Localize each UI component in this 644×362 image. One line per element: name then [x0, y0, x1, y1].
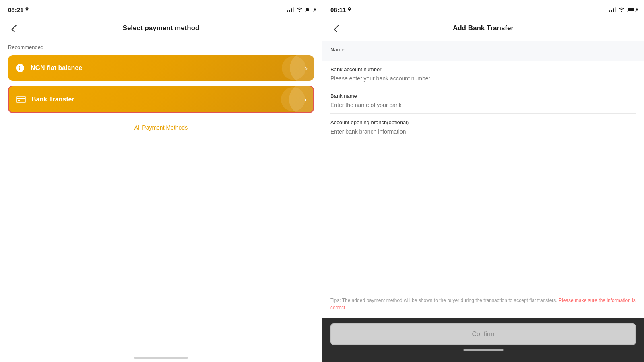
branch-field: Account opening branch(optional) — [330, 114, 636, 140]
left-time: 08:21 — [8, 6, 29, 13]
right-status-icons — [609, 7, 636, 12]
ngn-label: NGN fiat balance — [31, 64, 82, 72]
svg-rect-2 — [18, 100, 20, 101]
left-nav-header: Select payment method — [0, 18, 322, 41]
left-content-area: Recommended NGN fiat balance › — [0, 41, 322, 362]
ngn-icon — [14, 62, 26, 74]
right-back-button[interactable] — [330, 22, 343, 35]
right-phone-panel: 08:11 Add Bank Transfer — [322, 0, 644, 362]
recommended-label: Recommended — [8, 44, 314, 50]
ngn-chevron-icon: › — [305, 64, 308, 72]
bank-account-input[interactable] — [330, 75, 636, 82]
left-back-button[interactable] — [8, 22, 21, 35]
right-nav-header: Add Bank Transfer — [322, 18, 644, 41]
name-field-container: Name — [322, 41, 644, 61]
wifi-icon — [296, 7, 303, 12]
bank-transfer-label: Bank Transfer — [31, 96, 74, 103]
left-page-title: Select payment method — [21, 24, 301, 32]
right-time: 08:11 — [330, 6, 351, 13]
location-icon — [25, 7, 29, 12]
branch-label: Account opening branch(optional) — [330, 119, 636, 125]
bottom-bar: Confirm — [322, 318, 644, 362]
right-signal-icon — [609, 7, 616, 12]
bank-account-field: Bank account number — [330, 61, 636, 87]
ngn-fiat-option[interactable]: NGN fiat balance › — [8, 55, 314, 81]
left-status-icons — [287, 7, 314, 12]
right-status-bar: 08:11 — [322, 0, 644, 18]
form-section: Bank account number Bank name Account op… — [322, 61, 644, 290]
confirm-button[interactable]: Confirm — [330, 323, 636, 345]
bank-transfer-chevron-icon: › — [304, 95, 307, 104]
right-home-indicator — [463, 349, 504, 351]
right-battery-icon — [627, 8, 636, 12]
tips-text: Tips: The added payment method will be s… — [330, 297, 636, 311]
card-icon — [15, 94, 27, 105]
right-page-title: Add Bank Transfer — [343, 24, 623, 32]
svg-rect-0 — [17, 96, 25, 103]
left-back-chevron-icon — [11, 24, 19, 32]
left-home-indicator — [134, 357, 188, 359]
left-phone-panel: 08:21 Select payment method — [0, 0, 322, 362]
svg-rect-1 — [17, 98, 25, 99]
bank-account-label: Bank account number — [330, 66, 636, 72]
all-payment-methods-link[interactable]: All Payment Methods — [8, 118, 314, 137]
branch-input[interactable] — [330, 128, 636, 135]
left-status-bar: 08:21 — [0, 0, 322, 18]
signal-icon — [287, 7, 294, 12]
right-content-area: Name Bank account number Bank name Accou… — [322, 41, 644, 362]
bank-name-input[interactable] — [330, 102, 636, 108]
bank-name-label: Bank name — [330, 93, 636, 99]
right-location-icon — [347, 7, 351, 12]
bank-name-field: Bank name — [330, 87, 636, 114]
bank-transfer-option[interactable]: Bank Transfer › — [8, 86, 314, 113]
tips-section: Tips: The added payment method will be s… — [322, 290, 644, 318]
right-back-chevron-icon — [334, 24, 341, 32]
right-wifi-icon — [618, 7, 625, 12]
battery-icon — [305, 8, 314, 12]
name-field-label: Name — [330, 47, 636, 53]
